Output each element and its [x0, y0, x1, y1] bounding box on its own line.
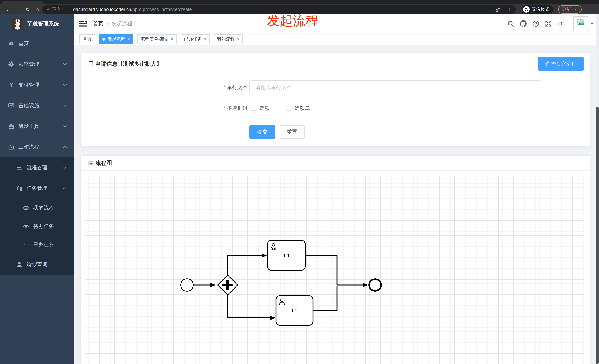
sidebar-item-label: 请假查询 [26, 261, 47, 268]
close-icon[interactable]: × [204, 35, 206, 43]
warning-icon: ⚠ [47, 7, 50, 12]
sidebar-item-home[interactable]: 首页 [0, 33, 74, 54]
sidebar-item-leave-query[interactable]: 请假查询 [0, 254, 74, 275]
tag-form-edit[interactable]: 流程表单-编辑 × [137, 34, 177, 44]
sidebar-item-done-tasks[interactable]: 已办任务 [0, 236, 74, 254]
flow-task1-to-join [305, 255, 337, 285]
sidebar-item-system[interactable]: 系统管理 [0, 54, 74, 75]
sidebar-item-label: 系统管理 [18, 61, 39, 68]
browser-active-tab[interactable] [2, 1, 44, 4]
sidebar-item-workflow[interactable]: 工作流程 [0, 137, 74, 157]
scrollbar-thumb[interactable] [596, 107, 599, 364]
browser-tab-strip [0, 0, 599, 4]
divider [69, 7, 70, 12]
sidebar: 芋道管理系统 首页 系统管理 ¥ 支付管理 基础设施 研发工具 工作流程 流程管… [0, 14, 74, 364]
reset-button[interactable]: 重置 [279, 125, 305, 139]
bpmn-user-task-1-1[interactable]: 1.1 [268, 240, 305, 270]
close-icon[interactable]: × [237, 35, 239, 43]
tag-dot [102, 38, 105, 41]
fullscreen-icon[interactable] [545, 20, 552, 27]
sidebar-item-my-process[interactable]: 我的流程 [0, 199, 74, 217]
bpmn-canvas[interactable]: 1.1 1.2 [85, 176, 584, 364]
incognito-label: 无痕模式 [532, 7, 549, 12]
single-line-text-input[interactable] [249, 80, 541, 94]
flow-gateway-to-task1 [228, 255, 266, 275]
flow-task2-to-join [313, 286, 337, 311]
sidebar-item-label: 已办任务 [33, 241, 54, 248]
search-icon[interactable] [507, 20, 514, 27]
bpmn-end-event[interactable] [369, 279, 381, 291]
chevron-down-icon [63, 125, 67, 127]
sidebar-item-todo-tasks[interactable]: 待办任务 [0, 217, 74, 236]
bookmark-star-icon[interactable]: ☆ [507, 7, 511, 13]
sidebar-item-label: 流程管理 [26, 164, 47, 171]
breadcrumb-home[interactable]: 首页 [93, 20, 104, 27]
bpmn-diagram: 1.1 1.2 [85, 176, 584, 364]
sidebar-item-payment[interactable]: ¥ 支付管理 [0, 75, 74, 95]
required-asterisk: * [223, 105, 225, 111]
font-size-icon[interactable]: TT [558, 20, 564, 27]
checkbox-label[interactable]: 选项一 [259, 105, 275, 112]
github-icon[interactable] [520, 20, 527, 27]
tag-label: 已办任务 [184, 35, 202, 43]
chevron-up-icon [63, 187, 67, 190]
sidebar-item-label: 支付管理 [18, 81, 39, 88]
app-logo-row[interactable]: 芋道管理系统 [0, 14, 74, 33]
bpmn-user-task-1-2[interactable]: 1.2 [276, 296, 313, 325]
close-icon[interactable]: × [127, 35, 130, 43]
breadcrumb-separator: / [107, 21, 108, 26]
sidebar-item-process-mgmt[interactable]: 流程管理 [0, 157, 74, 178]
app-logo [12, 18, 23, 30]
tag-done-tasks[interactable]: 已办任务 × [181, 34, 210, 44]
home-icon[interactable]: ⌂ [33, 7, 42, 12]
robot-icon [23, 205, 29, 211]
avatar-caret-icon[interactable] [590, 23, 594, 25]
checkbox-label[interactable]: 选项二 [294, 105, 310, 112]
workflow-submenu: 流程管理 任务管理 我的流程 待办任务 已办任务 请假查询 [0, 157, 74, 275]
top-navbar: 首页 / 发起流程 TT [74, 14, 599, 33]
card-title: 流程图 [88, 159, 112, 167]
close-icon[interactable]: × [171, 35, 173, 43]
submit-button[interactable]: 提交 [249, 125, 275, 139]
bpmn-parallel-gateway[interactable] [218, 275, 238, 295]
sidebar-item-label: 研发工具 [18, 123, 39, 130]
security-label[interactable]: 不安全 [52, 7, 65, 12]
avatar[interactable] [573, 16, 588, 31]
sidebar-item-task-mgmt[interactable]: 任务管理 [0, 178, 74, 199]
window-scrollbar[interactable] [596, 14, 599, 364]
chevron-down-icon [63, 84, 67, 86]
back-icon[interactable]: ← [4, 7, 13, 12]
svg-text:¥: ¥ [10, 82, 13, 88]
checkbox-option-1[interactable] [251, 106, 256, 111]
sidebar-item-label: 首页 [18, 40, 29, 47]
tag-my-process[interactable]: 我的流程 × [214, 34, 243, 44]
tag-label: 首页 [83, 35, 92, 43]
sidebar-item-devtools[interactable]: 研发工具 [0, 116, 74, 137]
choose-other-process-button[interactable]: 选择其它流程 [538, 57, 584, 70]
sidebar-item-label: 基础设施 [18, 102, 39, 109]
breadcrumb-current: 发起流程 [112, 20, 132, 27]
bpmn-start-event[interactable] [181, 279, 193, 291]
svg-text:T: T [560, 20, 564, 26]
tag-home[interactable]: 首页 [79, 34, 95, 44]
chevron-up-icon [63, 146, 67, 148]
svg-text:1.1: 1.1 [283, 253, 290, 258]
svg-text:T: T [558, 22, 560, 26]
eye-closed-icon [23, 242, 29, 248]
browser-menu-icon[interactable]: ⋮ [573, 7, 578, 12]
list-icon [16, 164, 23, 171]
app-title: 芋道管理系统 [27, 20, 59, 27]
help-icon[interactable] [532, 20, 539, 27]
sidebar-item-infrastructure[interactable]: 基础设施 [0, 95, 74, 116]
checkbox-option-2[interactable] [286, 106, 291, 111]
gear-icon [8, 61, 14, 67]
tag-create-process[interactable]: 发起流程 × [99, 34, 133, 44]
reload-icon[interactable]: ↻ [23, 7, 33, 13]
hamburger-icon[interactable] [79, 20, 87, 27]
field-label-checkbox: *多选框组 [169, 103, 247, 113]
forward-icon[interactable]: → [13, 7, 23, 12]
key-icon[interactable] [495, 7, 501, 12]
tag-label: 发起流程 [107, 35, 125, 43]
browser-update-button[interactable]: 更新 ⋮ [558, 5, 582, 14]
monitor-icon [8, 102, 14, 109]
